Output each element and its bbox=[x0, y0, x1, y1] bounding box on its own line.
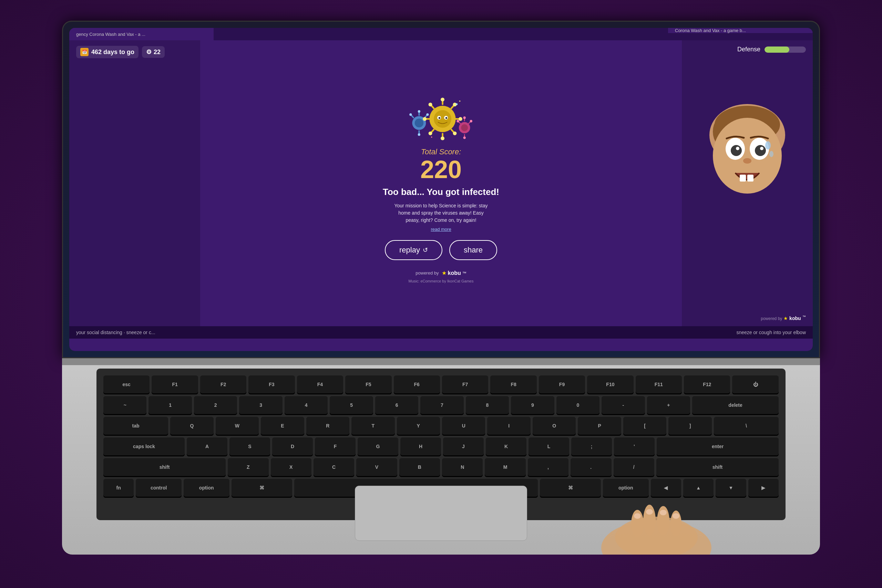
key-u[interactable]: U bbox=[442, 417, 485, 435]
trackpad[interactable] bbox=[355, 486, 527, 541]
key-shift-right[interactable]: shift bbox=[656, 458, 778, 476]
key-y[interactable]: Y bbox=[397, 417, 440, 435]
key-r[interactable]: R bbox=[306, 417, 350, 435]
svg-point-68 bbox=[660, 510, 667, 515]
key-period[interactable]: . bbox=[570, 458, 611, 476]
key-2[interactable]: 2 bbox=[194, 396, 237, 414]
svg-point-53 bbox=[464, 116, 466, 119]
powered-by-label: powered by bbox=[416, 270, 439, 276]
key-m[interactable]: M bbox=[485, 458, 525, 476]
key-f12[interactable]: F12 bbox=[684, 375, 730, 393]
key-f10[interactable]: F10 bbox=[587, 375, 633, 393]
right-panel-powered-by: powered by ★ kobu ™ bbox=[761, 315, 806, 321]
key-1[interactable]: 1 bbox=[148, 396, 192, 414]
key-e[interactable]: E bbox=[261, 417, 304, 435]
key-arrow-down[interactable]: ▼ bbox=[716, 479, 746, 497]
key-power[interactable]: ⏻ bbox=[732, 375, 778, 393]
key-comma[interactable]: , bbox=[528, 458, 568, 476]
key-row-asdf: caps lock A S D F G H J K L ; ' enter bbox=[104, 438, 778, 455]
key-n[interactable]: N bbox=[442, 458, 483, 476]
score-number: 220 bbox=[420, 157, 462, 182]
key-quote[interactable]: ' bbox=[614, 438, 655, 455]
key-3[interactable]: 3 bbox=[239, 396, 282, 414]
key-k[interactable]: K bbox=[486, 438, 526, 455]
key-l[interactable]: L bbox=[528, 438, 569, 455]
key-plus[interactable]: + bbox=[647, 396, 690, 414]
read-more-link[interactable]: read more bbox=[430, 226, 451, 232]
key-command-right[interactable]: ⌘ bbox=[540, 479, 601, 497]
key-f6[interactable]: F6 bbox=[394, 375, 440, 393]
key-5[interactable]: 5 bbox=[330, 396, 373, 414]
key-capslock[interactable]: caps lock bbox=[104, 438, 184, 455]
key-backslash[interactable]: \ bbox=[714, 417, 778, 435]
key-p[interactable]: P bbox=[578, 417, 621, 435]
key-d[interactable]: D bbox=[272, 438, 313, 455]
key-backtick[interactable]: ~ bbox=[104, 396, 146, 414]
key-6[interactable]: 6 bbox=[375, 396, 418, 414]
svg-point-41 bbox=[429, 132, 432, 135]
key-0[interactable]: 0 bbox=[556, 396, 600, 414]
replay-button[interactable]: replay ↺ bbox=[385, 240, 442, 260]
key-g[interactable]: G bbox=[358, 438, 398, 455]
key-c[interactable]: C bbox=[314, 458, 354, 476]
key-control[interactable]: control bbox=[136, 479, 182, 497]
key-f5[interactable]: F5 bbox=[345, 375, 392, 393]
powered-by-section: powered by ★ kobu ™ bbox=[416, 270, 466, 276]
key-shift-left[interactable]: shift bbox=[104, 458, 226, 476]
svg-point-55 bbox=[456, 120, 459, 122]
key-rbracket[interactable]: ] bbox=[668, 417, 711, 435]
key-option-left[interactable]: option bbox=[184, 479, 230, 497]
key-f1[interactable]: F1 bbox=[152, 375, 198, 393]
svg-point-6 bbox=[731, 145, 742, 156]
svg-point-22 bbox=[426, 113, 429, 116]
virus-cluster bbox=[406, 96, 476, 144]
key-tab[interactable]: tab bbox=[104, 417, 168, 435]
key-f4[interactable]: F4 bbox=[297, 375, 343, 393]
game-area: 📅 462 days to go ⚙ 22 Defense bbox=[69, 40, 813, 339]
tab-right[interactable]: Corona Wash and Vax - a game b... bbox=[668, 28, 813, 33]
key-x[interactable]: X bbox=[271, 458, 312, 476]
game-result-overlay: Total Score: 220 Too bad... You got infe… bbox=[200, 40, 682, 339]
key-semicolon[interactable]: ; bbox=[571, 438, 612, 455]
key-slash[interactable]: / bbox=[614, 458, 654, 476]
key-j[interactable]: J bbox=[443, 438, 484, 455]
key-h[interactable]: H bbox=[400, 438, 441, 455]
share-button[interactable]: share bbox=[449, 240, 497, 260]
key-f11[interactable]: F11 bbox=[636, 375, 682, 393]
tab-left[interactable]: gency Corona Wash and Vax - a ... bbox=[69, 28, 214, 40]
key-f8[interactable]: F8 bbox=[490, 375, 536, 393]
key-lbracket[interactable]: [ bbox=[623, 417, 666, 435]
key-f[interactable]: F bbox=[315, 438, 356, 455]
svg-point-23 bbox=[409, 113, 412, 116]
key-esc[interactable]: esc bbox=[104, 375, 150, 393]
key-w[interactable]: W bbox=[216, 417, 259, 435]
key-command-left[interactable]: ⌘ bbox=[231, 479, 292, 497]
key-enter[interactable]: enter bbox=[657, 438, 778, 455]
key-arrow-right[interactable]: ▶ bbox=[748, 479, 778, 497]
key-t[interactable]: T bbox=[351, 417, 394, 435]
svg-point-58 bbox=[459, 100, 460, 102]
key-f9[interactable]: F9 bbox=[539, 375, 585, 393]
key-7[interactable]: 7 bbox=[420, 396, 464, 414]
key-minus[interactable]: - bbox=[602, 396, 645, 414]
svg-point-13 bbox=[765, 141, 771, 150]
key-4[interactable]: 4 bbox=[285, 396, 328, 414]
key-8[interactable]: 8 bbox=[466, 396, 509, 414]
key-fn[interactable]: fn bbox=[104, 479, 134, 497]
key-s[interactable]: S bbox=[230, 438, 270, 455]
key-f7[interactable]: F7 bbox=[442, 375, 488, 393]
key-q[interactable]: Q bbox=[170, 417, 213, 435]
key-o[interactable]: O bbox=[532, 417, 576, 435]
key-a[interactable]: A bbox=[187, 438, 227, 455]
kobu-brand: ★ kobu ™ bbox=[442, 270, 466, 276]
key-9[interactable]: 9 bbox=[511, 396, 554, 414]
svg-point-35 bbox=[441, 98, 444, 101]
key-delete[interactable]: delete bbox=[692, 396, 778, 414]
key-f2[interactable]: F2 bbox=[200, 375, 246, 393]
key-v[interactable]: V bbox=[356, 458, 397, 476]
svg-point-48 bbox=[461, 124, 468, 131]
key-i[interactable]: I bbox=[487, 417, 530, 435]
key-z[interactable]: Z bbox=[228, 458, 268, 476]
key-b[interactable]: B bbox=[399, 458, 440, 476]
key-f3[interactable]: F3 bbox=[248, 375, 295, 393]
